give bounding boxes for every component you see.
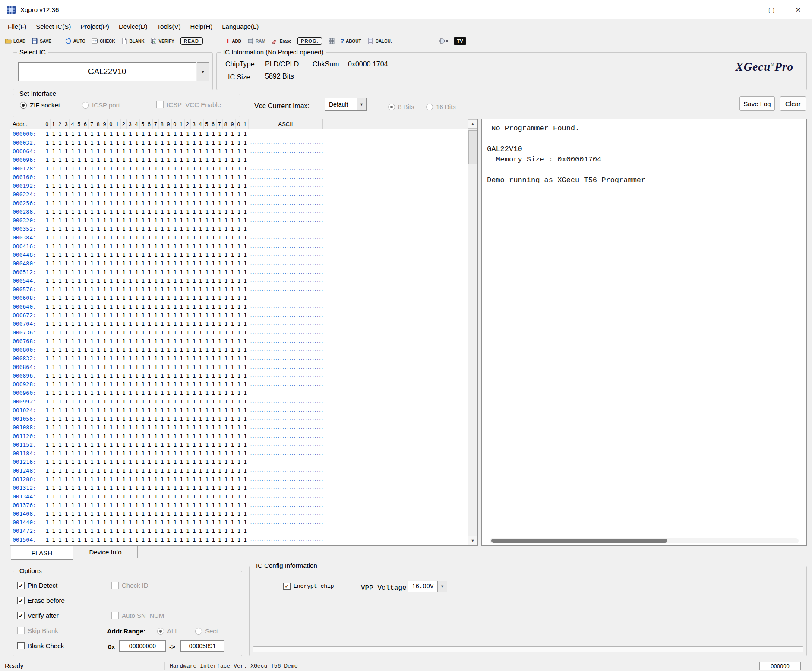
hex-cell[interactable]: 1 xyxy=(121,467,127,474)
hex-cell[interactable]: 1 xyxy=(242,252,249,258)
hex-cell[interactable]: 1 xyxy=(223,131,229,137)
hex-cell[interactable]: 1 xyxy=(70,528,76,534)
menu-device[interactable]: Device(D) xyxy=(114,21,152,32)
hex-cell[interactable]: 1 xyxy=(217,217,223,224)
hex-cell[interactable]: 1 xyxy=(114,407,121,413)
hex-cell[interactable]: 1 xyxy=(127,312,133,318)
hex-cell[interactable]: 1 xyxy=(204,174,210,180)
hex-cell[interactable]: 1 xyxy=(70,519,76,526)
hex-cell[interactable]: 1 xyxy=(82,381,89,387)
hex-cell[interactable]: 1 xyxy=(63,459,70,465)
hex-cell[interactable]: 1 xyxy=(165,234,172,241)
hex-cell[interactable]: 1 xyxy=(57,338,63,344)
encrypt-chip-checkbox[interactable]: ✓ Encrypt chip xyxy=(283,583,334,590)
hex-cell[interactable]: 1 xyxy=(223,269,229,275)
hex-cell[interactable]: 1 xyxy=(76,312,82,318)
hex-cell[interactable]: 1 xyxy=(197,200,204,206)
hex-cell[interactable]: 1 xyxy=(70,183,76,189)
hex-cell[interactable]: 1 xyxy=(153,165,159,172)
hex-cell[interactable]: 1 xyxy=(89,174,95,180)
hex-cell[interactable]: 1 xyxy=(185,157,191,163)
hex-cell[interactable]: 1 xyxy=(159,165,165,172)
hex-cell[interactable]: 1 xyxy=(172,165,178,172)
hex-cell[interactable]: 1 xyxy=(146,364,153,370)
hex-cell[interactable]: 1 xyxy=(76,260,82,267)
hex-cell[interactable]: 1 xyxy=(63,398,70,405)
hex-cell[interactable]: 1 xyxy=(101,416,108,422)
hex-cell[interactable]: 1 xyxy=(210,234,217,241)
hex-cell[interactable]: 1 xyxy=(127,131,133,137)
hex-cell[interactable]: 1 xyxy=(95,174,101,180)
hex-cell[interactable]: 1 xyxy=(178,139,185,146)
hex-cell[interactable]: 1 xyxy=(127,252,133,258)
hex-cell[interactable]: 1 xyxy=(242,424,249,431)
hex-cell[interactable]: 1 xyxy=(178,476,185,482)
hex-cell[interactable]: 1 xyxy=(114,286,121,293)
hex-cell[interactable]: 1 xyxy=(223,510,229,517)
hex-cell[interactable]: 1 xyxy=(153,312,159,318)
hex-cell[interactable]: 1 xyxy=(82,312,89,318)
hex-cell[interactable]: 1 xyxy=(89,467,95,474)
hex-cell[interactable]: 1 xyxy=(70,347,76,353)
hex-cell[interactable]: 1 xyxy=(210,286,217,293)
hex-cell[interactable]: 1 xyxy=(146,295,153,301)
hex-cell[interactable]: 1 xyxy=(114,200,121,206)
hex-cell[interactable]: 1 xyxy=(51,191,57,198)
hex-cell[interactable]: 1 xyxy=(114,139,121,146)
hex-cell[interactable]: 1 xyxy=(172,269,178,275)
hex-cell[interactable]: 1 xyxy=(236,295,242,301)
hex-cell[interactable]: 1 xyxy=(133,200,140,206)
hex-cell[interactable]: 1 xyxy=(223,329,229,336)
hex-cell[interactable]: 1 xyxy=(178,286,185,293)
hex-cell[interactable]: 1 xyxy=(159,450,165,457)
hex-cell[interactable]: 1 xyxy=(101,536,108,543)
hex-cell[interactable]: 1 xyxy=(70,200,76,206)
hex-cell[interactable]: 1 xyxy=(76,493,82,500)
hex-cell[interactable]: 1 xyxy=(101,208,108,215)
hex-cell[interactable]: 1 xyxy=(210,191,217,198)
hex-cell[interactable]: 1 xyxy=(108,139,114,146)
hex-cell[interactable]: 1 xyxy=(133,252,140,258)
hex-cell[interactable]: 1 xyxy=(153,243,159,249)
hex-cell[interactable]: 1 xyxy=(82,208,89,215)
hex-cell[interactable]: 1 xyxy=(51,536,57,543)
hex-cell[interactable]: 1 xyxy=(101,329,108,336)
hex-cell[interactable]: 1 xyxy=(114,321,121,327)
hex-cell[interactable]: 1 xyxy=(165,433,172,439)
hex-cell[interactable]: 1 xyxy=(153,416,159,422)
hex-cell[interactable]: 1 xyxy=(172,510,178,517)
hex-cell[interactable]: 1 xyxy=(159,519,165,526)
hex-cell[interactable]: 1 xyxy=(242,277,249,284)
hex-cell[interactable]: 1 xyxy=(63,485,70,491)
hex-cell[interactable]: 1 xyxy=(70,329,76,336)
hex-cell[interactable]: 1 xyxy=(159,502,165,508)
hex-cell[interactable]: 1 xyxy=(121,450,127,457)
hex-cell[interactable]: 1 xyxy=(210,174,217,180)
hex-cell[interactable]: 1 xyxy=(63,312,70,318)
hex-cell[interactable]: 1 xyxy=(210,347,217,353)
hex-cell[interactable]: 1 xyxy=(236,398,242,405)
hex-cell[interactable]: 1 xyxy=(197,303,204,310)
hex-cell[interactable]: 1 xyxy=(210,398,217,405)
hex-cell[interactable]: 1 xyxy=(89,338,95,344)
hex-cell[interactable]: 1 xyxy=(217,519,223,526)
hex-cell[interactable]: 1 xyxy=(172,234,178,241)
hex-cell[interactable]: 1 xyxy=(223,217,229,224)
hex-cell[interactable]: 1 xyxy=(114,364,121,370)
hex-cell[interactable]: 1 xyxy=(204,148,210,154)
hex-cell[interactable]: 1 xyxy=(70,450,76,457)
hex-cell[interactable]: 1 xyxy=(51,459,57,465)
hex-cell[interactable]: 1 xyxy=(95,493,101,500)
bits16-radio[interactable]: 16 Bits xyxy=(426,103,456,110)
hex-cell[interactable]: 1 xyxy=(108,269,114,275)
hex-cell[interactable]: 1 xyxy=(82,295,89,301)
hex-cell[interactable]: 1 xyxy=(146,234,153,241)
hex-cell[interactable]: 1 xyxy=(133,321,140,327)
hex-cell[interactable]: 1 xyxy=(236,355,242,362)
hex-cell[interactable]: 1 xyxy=(114,277,121,284)
hex-cell[interactable]: 1 xyxy=(127,390,133,396)
hex-cell[interactable]: 1 xyxy=(185,329,191,336)
hex-cell[interactable]: 1 xyxy=(51,450,57,457)
hex-cell[interactable]: 1 xyxy=(185,433,191,439)
hex-cell[interactable]: 1 xyxy=(44,295,51,301)
